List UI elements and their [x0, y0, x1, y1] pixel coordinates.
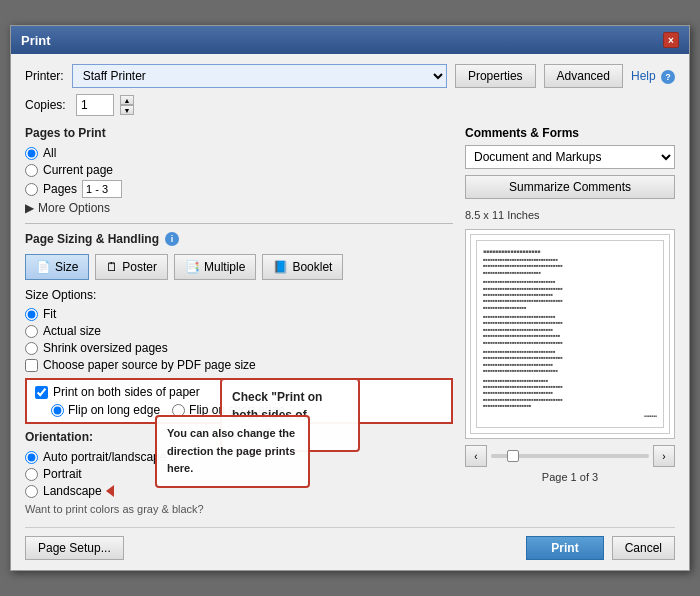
- landscape-arrow: [106, 485, 114, 497]
- choose-paper-row: Choose paper source by PDF page size: [25, 358, 453, 372]
- comments-forms-select[interactable]: Document and Markups Document Document a…: [465, 145, 675, 169]
- cancel-button[interactable]: Cancel: [612, 536, 675, 560]
- pages-label: Pages: [43, 182, 77, 196]
- properties-button[interactable]: Properties: [455, 64, 536, 88]
- gray-color-row: Want to print colors as gray & black?: [25, 503, 453, 515]
- dialog-title: Print: [21, 33, 51, 48]
- page-slider-thumb: [507, 450, 519, 462]
- copies-spinner: ▲ ▼: [120, 95, 134, 115]
- portrait-label: Portrait: [43, 467, 82, 481]
- preview-area: ■■■■■■■■■■■■■■■■■■■ ■■■■■■■■■■■■■■■■■■■■…: [465, 229, 675, 439]
- poster-button[interactable]: 🗒 Poster: [95, 254, 168, 280]
- next-page-button[interactable]: ›: [653, 445, 675, 467]
- pages-to-print-title: Pages to Print: [25, 126, 453, 140]
- left-panel: Pages to Print All Current page Pages ▶ …: [25, 126, 453, 515]
- right-panel: Comments & Forms Document and Markups Do…: [465, 126, 675, 515]
- preview-page: ■■■■■■■■■■■■■■■■■■■ ■■■■■■■■■■■■■■■■■■■■…: [470, 234, 670, 434]
- landscape-row: Landscape: [25, 484, 102, 498]
- current-page-label: Current page: [43, 163, 113, 177]
- print-button[interactable]: Print: [526, 536, 603, 560]
- page-sizing-title: Page Sizing & Handling: [25, 232, 159, 246]
- multiple-button[interactable]: 📑 Multiple: [174, 254, 256, 280]
- poster-label: Poster: [122, 260, 157, 274]
- page-slider[interactable]: [491, 454, 649, 458]
- fit-label: Fit: [43, 307, 56, 321]
- choose-paper-label: Choose paper source by PDF page size: [43, 358, 256, 372]
- callout2-text: You can also change the direction the pa…: [167, 427, 295, 474]
- current-radio-row: Current page: [25, 163, 453, 177]
- print-dialog: Print × Printer: Staff Printer Propertie…: [10, 25, 690, 571]
- fit-radio-row: Fit: [25, 307, 453, 321]
- booklet-label: Booklet: [292, 260, 332, 274]
- print-both-sides-label: Print on both sides of paper: [53, 385, 200, 399]
- all-label: All: [43, 146, 56, 160]
- actual-size-radio[interactable]: [25, 325, 38, 338]
- landscape-label: Landscape: [43, 484, 102, 498]
- more-options-label: More Options: [38, 201, 110, 215]
- shrink-label: Shrink oversized pages: [43, 341, 168, 355]
- shrink-radio[interactable]: [25, 342, 38, 355]
- help-icon: ?: [661, 70, 675, 84]
- flip-long-radio[interactable]: [51, 404, 64, 417]
- copies-down[interactable]: ▼: [120, 105, 134, 115]
- page-sizing-header: Page Sizing & Handling i: [25, 232, 453, 246]
- fit-radio[interactable]: [25, 308, 38, 321]
- advanced-button[interactable]: Advanced: [544, 64, 623, 88]
- title-bar: Print ×: [11, 26, 689, 54]
- auto-orientation-label: Auto portrait/landscape: [43, 450, 166, 464]
- more-options-row[interactable]: ▶ More Options: [25, 201, 453, 215]
- orientation-section: Orientation: Auto portrait/landscape Por…: [25, 430, 453, 498]
- copies-input[interactable]: [76, 94, 114, 116]
- info-icon[interactable]: i: [165, 232, 179, 246]
- page-info: Page 1 of 3: [465, 471, 675, 483]
- preview-size-label: 8.5 x 11 Inches: [465, 209, 675, 221]
- multiple-icon: 📑: [185, 260, 200, 274]
- close-button[interactable]: ×: [663, 32, 679, 48]
- size-options-title: Size Options:: [25, 288, 453, 302]
- bottom-bar: Page Setup... Print Cancel: [25, 527, 675, 560]
- size-label: Size: [55, 260, 78, 274]
- poster-icon: 🗒: [106, 260, 118, 274]
- actual-size-radio-row: Actual size: [25, 324, 453, 338]
- main-content: Pages to Print All Current page Pages ▶ …: [25, 126, 675, 515]
- prev-page-button[interactable]: ‹: [465, 445, 487, 467]
- auto-orientation-radio[interactable]: [25, 451, 38, 464]
- booklet-button[interactable]: 📘 Booklet: [262, 254, 343, 280]
- all-radio[interactable]: [25, 147, 38, 160]
- printer-select[interactable]: Staff Printer: [72, 64, 447, 88]
- more-options-arrow: ▶: [25, 201, 34, 215]
- pages-range-input[interactable]: [82, 180, 122, 198]
- preview-nav: ‹ ›: [465, 445, 675, 467]
- landscape-radio[interactable]: [25, 485, 38, 498]
- print-both-sides-checkbox[interactable]: [35, 386, 48, 399]
- printer-label: Printer:: [25, 69, 64, 83]
- dialog-body: Printer: Staff Printer Properties Advanc…: [11, 54, 689, 570]
- comments-section: Comments & Forms Document and Markups Do…: [465, 126, 675, 199]
- multiple-label: Multiple: [204, 260, 245, 274]
- comments-title: Comments & Forms: [465, 126, 675, 140]
- pages-radio[interactable]: [25, 183, 38, 196]
- size-button[interactable]: 📄 Size: [25, 254, 89, 280]
- shrink-radio-row: Shrink oversized pages: [25, 341, 453, 355]
- callout-orientation: You can also change the direction the pa…: [155, 415, 310, 488]
- all-radio-row: All: [25, 146, 453, 160]
- sizing-buttons: 📄 Size 🗒 Poster 📑 Multiple 📘 Booklet: [25, 254, 453, 280]
- booklet-icon: 📘: [273, 260, 288, 274]
- summarize-comments-button[interactable]: Summarize Comments: [465, 175, 675, 199]
- flip-long-label: Flip on long edge: [68, 403, 160, 417]
- copies-label: Copies:: [25, 98, 70, 112]
- choose-paper-checkbox[interactable]: [25, 359, 38, 372]
- pages-radio-row: Pages: [25, 180, 453, 198]
- bottom-right-buttons: Print Cancel: [526, 536, 675, 560]
- copies-up[interactable]: ▲: [120, 95, 134, 105]
- gray-color-label: Want to print colors as gray & black?: [25, 503, 204, 515]
- help-text: Help: [631, 69, 656, 83]
- page-setup-button[interactable]: Page Setup...: [25, 536, 124, 560]
- size-icon: 📄: [36, 260, 51, 274]
- actual-size-label: Actual size: [43, 324, 101, 338]
- help-link[interactable]: Help ?: [631, 69, 675, 84]
- portrait-radio[interactable]: [25, 468, 38, 481]
- current-page-radio[interactable]: [25, 164, 38, 177]
